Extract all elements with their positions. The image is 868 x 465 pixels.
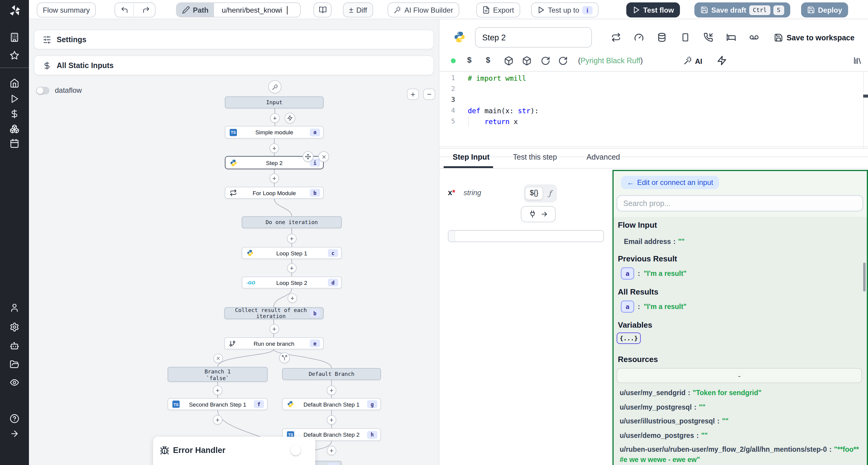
rotate-icon[interactable] — [541, 56, 550, 66]
ai-suggest-icon[interactable] — [268, 80, 281, 93]
tab-advanced[interactable]: Advanced — [587, 153, 620, 161]
node-default-branch[interactable]: Default Branch — [282, 368, 381, 380]
home-icon[interactable] — [10, 78, 19, 88]
static-inputs-icon[interactable]: $ — [486, 56, 490, 64]
all-static-inputs-card[interactable]: All Static Inputs — [34, 56, 434, 75]
tab-test-this-step[interactable]: Test this step — [513, 153, 557, 161]
gauge-icon[interactable] — [633, 31, 645, 43]
code-editor[interactable]: 1 # import wmill 2 3 4 def main(x: str):… — [439, 71, 868, 149]
test-flow-button[interactable]: Test flow — [626, 2, 680, 18]
delete-node-icon[interactable] — [318, 151, 329, 162]
undo-icon[interactable] — [115, 3, 134, 17]
expand-sidebar-icon[interactable] — [10, 429, 19, 438]
database-icon[interactable] — [656, 31, 668, 43]
step-name-input[interactable] — [475, 27, 592, 47]
ai-button-label[interactable]: AI — [695, 57, 702, 66]
save-icon[interactable] — [774, 33, 783, 42]
favorites-star-icon[interactable] — [10, 51, 19, 60]
save-to-workspace-button[interactable]: Save to workspace — [786, 34, 855, 42]
users-icon[interactable] — [10, 303, 19, 312]
function-mode-chip[interactable]: ƒ — [544, 187, 555, 200]
trigger-bolt-icon[interactable] — [284, 113, 296, 124]
node-simple-module[interactable]: TS Simple module a — [225, 126, 324, 138]
resource-item[interactable]: u/user/my_postgresql:"" — [620, 401, 862, 412]
node-second-branch-step1[interactable]: TS Second Branch Step 1 f — [167, 398, 268, 410]
bed-icon[interactable] — [725, 31, 737, 43]
variables-icon[interactable] — [10, 109, 19, 119]
bolt-icon[interactable] — [717, 56, 727, 66]
flow-input-row[interactable]: Email address:"" — [624, 235, 684, 246]
add-step-icon[interactable]: + — [287, 263, 297, 273]
diff-button[interactable]: ±Diff — [343, 2, 373, 18]
move-node-icon[interactable] — [303, 151, 313, 162]
resources-icon[interactable] — [10, 124, 19, 134]
audit-eye-icon[interactable] — [10, 378, 19, 387]
book-open-icon[interactable] — [313, 2, 332, 18]
deploy-button[interactable]: Deploy — [801, 2, 848, 18]
folders-icon[interactable] — [10, 360, 19, 369]
node-branch1[interactable]: Branch 1`false` — [167, 367, 268, 382]
repeat-icon[interactable] — [610, 31, 622, 43]
static-inputs-icon[interactable]: $ — [467, 56, 471, 64]
dataflow-toggle[interactable] — [36, 87, 50, 94]
resource-item[interactable]: u/user/demo_postgres:"" — [620, 430, 862, 440]
add-step-icon[interactable]: + — [213, 386, 222, 395]
add-step-icon[interactable]: + — [327, 446, 336, 455]
panel-divider[interactable] — [439, 19, 439, 465]
library-icon[interactable] — [853, 56, 862, 65]
param-value-input[interactable] — [448, 230, 604, 242]
node-collect-result[interactable]: Collect result of each iteration b — [224, 307, 324, 319]
node-default-branch-step1[interactable]: Default Branch Step 1 g — [282, 398, 381, 410]
add-step-icon[interactable]: + — [270, 143, 279, 153]
node-loop-step1[interactable]: Loop Step 1 c — [242, 247, 342, 259]
rotate-icon[interactable] — [558, 56, 568, 66]
connect-input-group[interactable] — [521, 206, 556, 222]
node-loop-step2[interactable]: -GO Loop Step 2 d — [242, 276, 342, 289]
export-button[interactable]: Export — [476, 2, 520, 18]
schedules-icon[interactable] — [10, 138, 19, 148]
redo-icon[interactable] — [137, 3, 155, 17]
node-do-one-iteration[interactable]: Do one iteration — [242, 216, 342, 228]
variables-expand-badge[interactable]: {...} — [617, 332, 641, 344]
resources-filter-box[interactable]: - — [617, 368, 862, 383]
resource-item[interactable]: u/user/illustrious_postgresql:"" — [620, 416, 862, 426]
add-step-icon[interactable]: + — [287, 234, 297, 243]
node-for-loop[interactable]: For Loop Module b — [225, 187, 324, 199]
add-step-icon[interactable]: + — [327, 415, 336, 425]
resource-item[interactable]: u/user/my_sendgrid:"Token for sendgrid" — [620, 387, 862, 398]
runs-icon[interactable] — [10, 94, 19, 104]
zoom-out-button[interactable]: − — [423, 89, 435, 100]
workspace-icon[interactable] — [10, 33, 19, 42]
add-branch-icon[interactable] — [279, 352, 290, 363]
search-prop-input[interactable] — [617, 195, 863, 211]
package-icon[interactable] — [504, 56, 514, 66]
remove-branch-icon[interactable] — [213, 354, 223, 363]
add-step-icon[interactable]: + — [270, 113, 280, 123]
add-step-icon[interactable]: + — [270, 324, 279, 334]
package-icon[interactable] — [522, 56, 532, 66]
ai-wand-icon[interactable] — [684, 56, 692, 65]
all-results-row[interactable]: a:"I'm a result" — [621, 301, 687, 312]
path-label[interactable]: Path — [177, 3, 214, 17]
flow-canvas[interactable]: dataflow + − Input + TS Simple module a … — [29, 79, 439, 465]
zoom-in-button[interactable]: + — [407, 89, 419, 100]
edit-or-connect-button[interactable]: ← Edit or connect an input — [621, 176, 719, 189]
voicemail-icon[interactable] — [748, 31, 760, 43]
flow-summary-button[interactable]: Flow summary — [37, 2, 96, 18]
scrollbar-thumb[interactable] — [863, 263, 866, 292]
save-draft-button[interactable]: Save draft Ctrl S — [694, 2, 790, 18]
windmill-logo-icon[interactable] — [8, 4, 21, 20]
square-icon[interactable] — [679, 31, 691, 43]
template-mode-chip[interactable]: ${} — [525, 187, 543, 200]
test-up-to-button[interactable]: Test up to i — [531, 2, 598, 18]
previous-result-row[interactable]: a:"I'm a result" — [621, 267, 687, 279]
workers-bot-icon[interactable] — [10, 341, 19, 351]
phone-icon[interactable] — [702, 31, 714, 43]
settings-card[interactable]: Settings — [34, 30, 434, 49]
ai-flow-builder-button[interactable]: AI Flow Builder — [388, 2, 459, 18]
help-icon[interactable] — [10, 414, 19, 424]
resource-item[interactable]: u/ruben-user/u/ruben-user/my_flow_2/g/al… — [620, 444, 862, 464]
node-input[interactable]: Input — [225, 96, 324, 108]
path-input[interactable]: u/henri/best_knowi — [217, 6, 287, 14]
node-run-one-branch[interactable]: Run one branch e — [224, 337, 324, 350]
